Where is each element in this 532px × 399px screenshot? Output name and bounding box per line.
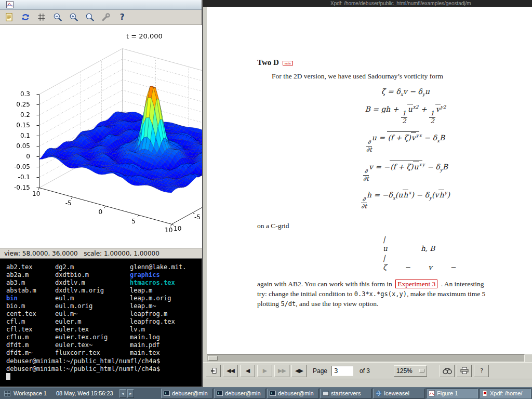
xpdf-titlebar[interactable]: Xpdf: /home/debuser/public_html/numfl/ex… [203, 0, 532, 7]
file-name[interactable]: eul.m.orig [55, 302, 108, 310]
experiment-link-box[interactable]: Experiment 3 [395, 280, 437, 288]
task-button-label: Xpdf: /home/ [490, 390, 522, 396]
terminal-cursor[interactable] [6, 373, 10, 380]
file-name[interactable]: main.tex [130, 349, 186, 357]
file-name[interactable]: fluxcorr.tex [55, 349, 108, 357]
file-column: dg2.mdxdtbio.mdxdtlv.mdxdtlv.m.origeul.m… [55, 263, 108, 357]
file-name[interactable]: dxdtlv.m [55, 279, 108, 287]
file-name[interactable]: dxdtlv.m.orig [55, 287, 108, 295]
terminal-window[interactable]: ab2.texab2a.mab3.mabstab.mbinbio.mcent.t… [0, 259, 202, 387]
file-name[interactable]: dg2.m [55, 263, 108, 271]
task-button[interactable]: debuser@min [161, 389, 213, 398]
file-name[interactable]: main.log [130, 334, 186, 341]
help-button[interactable]: ? [116, 11, 128, 23]
zoom-in-button[interactable] [68, 11, 80, 23]
page-number-input[interactable] [331, 366, 353, 376]
goto-view-button[interactable]: ◀▶ [291, 365, 307, 377]
file-name[interactable]: leap.m~ [130, 302, 186, 310]
browser-icon [376, 390, 382, 396]
task-button[interactable]: Iceweasel [373, 389, 425, 398]
history-back-button[interactable] [206, 365, 221, 377]
figure-titlebar[interactable] [0, 0, 202, 10]
file-name[interactable]: glenn@lake.mit. [130, 263, 186, 271]
task-button-label: debuser@min [225, 390, 261, 396]
scroll-right-arrow[interactable]: ▸ [127, 389, 134, 398]
file-name[interactable]: cent.tex [6, 310, 36, 318]
terminal-icon [270, 390, 276, 396]
y-tick-label: -5 [194, 214, 201, 221]
back-10-button[interactable]: ◀◀ [223, 365, 238, 377]
print-button[interactable] [457, 365, 472, 377]
scrollbar-thumb[interactable] [208, 356, 218, 361]
file-name[interactable]: ab2a.m [6, 271, 36, 279]
help-icon: ? [120, 12, 125, 22]
find-button[interactable] [440, 365, 455, 377]
zoom-out-button[interactable] [51, 11, 64, 23]
file-name[interactable]: euler.tex~ [55, 341, 108, 349]
inline-code: 0.3*x.*gs(x,y) [354, 290, 407, 298]
file-column: glenn@lake.mit.graphicshtmacros.texleap.… [130, 263, 186, 357]
task-button[interactable]: debuser@min [267, 389, 319, 398]
window-icon [323, 390, 329, 396]
about-button[interactable]: ? [474, 365, 489, 377]
file-name[interactable]: euler.tex.orig [55, 334, 108, 341]
file-name[interactable]: graphics [130, 271, 186, 279]
next-page-button[interactable]: ▶ [257, 365, 272, 377]
file-name[interactable]: ab3.m [6, 279, 36, 287]
file-name[interactable]: cfl.tex [6, 326, 36, 334]
scroll-left-arrow[interactable]: ◂ [119, 389, 126, 398]
z-tick-label: 0.15 [7, 122, 30, 129]
file-name[interactable]: leap.m [130, 287, 186, 295]
grid-button[interactable] [35, 11, 48, 23]
file-name[interactable]: euler.m [55, 318, 108, 326]
file-name[interactable]: euler.tex [55, 326, 108, 334]
refresh-icon [21, 12, 30, 22]
file-name[interactable]: eul.m~ [55, 310, 108, 318]
xpdf-window: Xpdf: /home/debuser/public_html/numfl/ex… [203, 0, 532, 387]
task-button-label: debuser@min [172, 390, 208, 396]
file-name[interactable]: lv.m [130, 326, 186, 334]
workspace-selector[interactable]: Workspace 1 [1, 389, 50, 398]
xpdf-toolbar: ◀◀◀▶▶▶◀▶Pageof 3125%? [203, 362, 532, 379]
file-name[interactable]: dfdt.m [6, 341, 36, 349]
file-name[interactable]: eul.m [55, 295, 108, 302]
file-name[interactable]: leap.m.orig [130, 295, 186, 302]
task-button[interactable]: startservers [320, 389, 372, 398]
zoom-reset-button[interactable] [84, 11, 96, 23]
task-button-label: Iceweasel [384, 390, 409, 396]
file-name[interactable]: main.pdf [130, 341, 186, 349]
zoom-select[interactable]: 125% [394, 365, 427, 377]
taskbar: Workspace 108 May, Wed 15:56:23◂▸debuser… [0, 387, 532, 399]
file-name[interactable]: bio.m [6, 302, 36, 310]
task-button[interactable]: Figure 1 [426, 389, 478, 398]
forward-10-button[interactable]: ▶▶ [274, 365, 289, 377]
file-name[interactable]: dfdt.m~ [6, 349, 36, 357]
x-tick-label: 5 [131, 218, 136, 225]
tools-button[interactable] [100, 11, 112, 23]
file-name[interactable]: bin [6, 295, 36, 302]
horizontal-scrollbar[interactable] [207, 354, 525, 362]
workspace-label: Workspace 1 [14, 390, 47, 396]
file-name[interactable]: leapfrog.m [130, 310, 186, 318]
task-button[interactable]: Xpdf: /home/ [479, 389, 531, 398]
file-name[interactable]: cfl.m [6, 318, 36, 326]
x-tick-label: 0 [99, 208, 103, 216]
figure-window: ? t = 20.000 0.30.250.20.150.10.050-0.05… [0, 0, 202, 258]
file-name[interactable]: dxdtbio.m [55, 271, 108, 279]
open-button[interactable] [3, 11, 16, 23]
xpdf-window-frame [203, 379, 532, 387]
prev-page-button[interactable]: ◀ [240, 365, 255, 377]
file-name[interactable]: htmacros.tex [130, 279, 186, 287]
equation: ∂∂th = −δx(uhx) − δy(vhy) [257, 190, 532, 211]
task-button[interactable]: debuser@min [214, 389, 266, 398]
heading-link-box[interactable]: main [283, 61, 293, 65]
pdf-viewport[interactable]: Two D main For the 2D version, we have u… [207, 7, 532, 354]
file-name[interactable]: cflu.m [6, 334, 36, 341]
equation: ∂∂tv = −(f + ζ)uxy − δyB [257, 161, 532, 183]
x-tick-label: -5 [65, 200, 72, 207]
file-name[interactable]: ab2.tex [6, 263, 36, 271]
paragraph-line: plotting 5/dt, and use the top view opti… [257, 299, 532, 309]
refresh-button[interactable] [19, 11, 32, 23]
file-name[interactable]: abstab.m [6, 287, 36, 295]
file-name[interactable]: leapfrog.tex [130, 318, 186, 326]
